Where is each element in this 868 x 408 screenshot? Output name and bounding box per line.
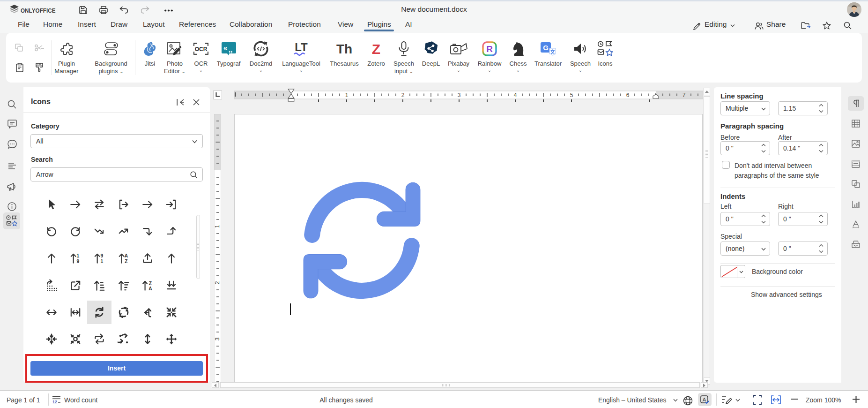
svg-text:2: 2 [214,281,221,284]
svg-text:A: A [125,253,128,258]
svg-text:4: 4 [514,92,517,98]
svg-text:3: 3 [458,92,461,98]
svg-text:1: 1 [101,259,104,264]
svg-text:G: G [543,44,549,52]
svg-text:12: 12 [52,400,57,404]
svg-text:A: A [703,397,706,402]
svg-text:LT: LT [295,42,308,53]
svg-text:1: 1 [77,253,80,258]
svg-text:A: A [148,286,152,291]
svg-text:1: 1 [345,92,349,98]
svg-text:1: 1 [214,225,221,228]
svg-text:2: 2 [401,92,405,98]
svg-text:7: 7 [683,92,686,98]
svg-text:6: 6 [626,92,630,98]
svg-text:«: « [223,43,227,51]
svg-text:Z: Z [125,259,127,264]
svg-text:,,: ,, [229,45,232,53]
svg-text:5: 5 [570,92,573,98]
svg-text:9: 9 [77,259,80,264]
svg-text:Z: Z [149,281,152,286]
svg-text:3: 3 [214,337,221,340]
svg-text:9: 9 [101,253,104,258]
